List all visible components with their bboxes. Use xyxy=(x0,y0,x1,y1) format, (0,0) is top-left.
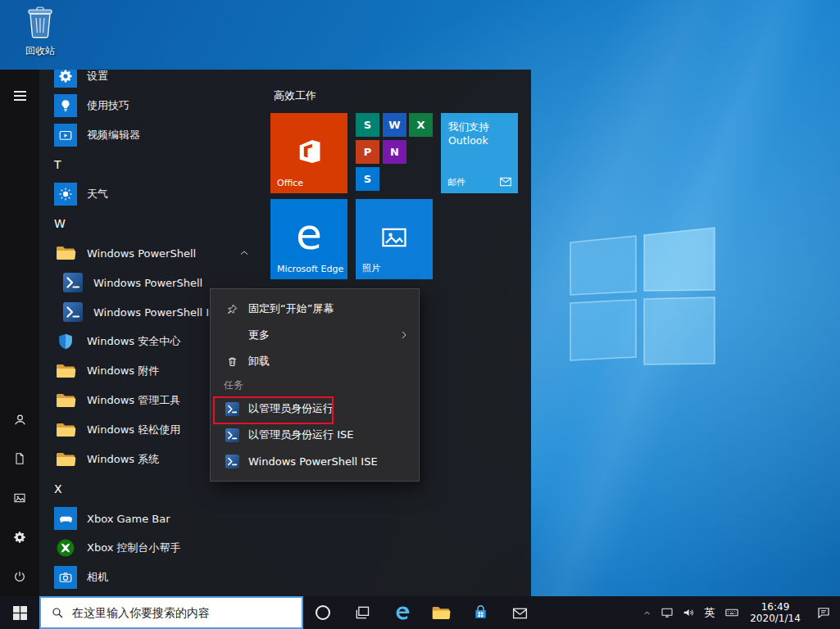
store-button[interactable] xyxy=(461,596,500,629)
tile-letter: W xyxy=(388,119,400,131)
tile-skype[interactable]: S xyxy=(356,167,379,191)
volume-button[interactable] xyxy=(678,596,699,629)
taskbar: 英 16:49 2020/1/14 xyxy=(0,596,840,629)
edge-icon xyxy=(393,604,411,622)
task-view-button[interactable] xyxy=(343,596,382,629)
start-button[interactable] xyxy=(0,596,39,629)
tile-letter: X xyxy=(416,119,425,131)
cm-section-label: 任务 xyxy=(224,378,243,392)
app-item-label: Windows 系统 xyxy=(87,452,159,467)
recycle-bin-label: 回收站 xyxy=(11,44,69,58)
tile-label: 照片 xyxy=(362,262,380,274)
powershell-icon xyxy=(62,301,84,323)
app-item-label: Windows 安全中心 xyxy=(87,334,180,349)
windows-logo-icon xyxy=(13,606,27,620)
mail-button[interactable] xyxy=(500,596,539,629)
hidden-icons-button[interactable] xyxy=(637,596,656,629)
app-item-label: Xbox 控制台小帮手 xyxy=(87,541,181,555)
shield-icon xyxy=(54,330,77,353)
cm-item-label: Windows PowerShell ISE xyxy=(248,455,378,468)
tile-office[interactable]: Office xyxy=(270,113,347,193)
app-item-video-editor[interactable]: 视频编辑器 xyxy=(39,120,269,150)
search-icon xyxy=(51,606,64,619)
section-header-w[interactable]: W xyxy=(39,209,269,238)
app-item-xbox-game-bar[interactable]: Xbox Game Bar xyxy=(39,504,269,533)
chevron-right-icon xyxy=(399,330,409,340)
app-item-tips[interactable]: 使用技巧 xyxy=(39,91,269,120)
documents-button[interactable] xyxy=(0,439,39,478)
tile-microsoft-edge[interactable]: e Microsoft Edge xyxy=(270,199,347,279)
action-center-button[interactable] xyxy=(807,596,840,629)
envelope-icon xyxy=(499,175,512,188)
tile-onenote[interactable]: N xyxy=(383,140,406,164)
powershell-icon xyxy=(62,272,84,293)
keyboard-icon xyxy=(724,605,739,620)
tile-excel[interactable]: X xyxy=(409,113,433,137)
network-button[interactable] xyxy=(656,596,678,629)
app-item-label: 相机 xyxy=(87,570,108,585)
hamburger-icon xyxy=(14,88,26,103)
expand-menu-button[interactable] xyxy=(0,76,39,115)
powershell-context-menu: 固定到“开始”屏幕 更多 卸载 任务 以管理员身份运行 以管理员身份运行 ISE… xyxy=(210,288,420,482)
document-icon xyxy=(13,452,26,465)
tile-powerpoint[interactable]: P xyxy=(356,140,379,164)
edge-taskbar-button[interactable] xyxy=(382,596,421,629)
app-item-windows-powershell-folder[interactable]: Windows PowerShell xyxy=(39,238,269,268)
cm-item-more[interactable]: 更多 xyxy=(211,322,419,348)
tile-photos[interactable]: 照片 xyxy=(356,199,433,279)
tile-letter: P xyxy=(364,146,372,158)
taskbar-search-box[interactable] xyxy=(39,596,303,629)
tile-label: Microsoft Edge xyxy=(277,264,343,274)
ime-indicator[interactable]: 英 xyxy=(699,596,720,629)
start-menu-rail xyxy=(0,70,39,596)
cm-item-windows-powershell-ise[interactable]: Windows PowerShell ISE xyxy=(211,448,419,474)
powershell-icon xyxy=(224,455,240,468)
speaker-icon xyxy=(682,606,695,619)
tile-label: Office xyxy=(277,178,303,188)
network-icon xyxy=(661,606,674,619)
edge-logo: e xyxy=(296,213,322,256)
folder-icon xyxy=(54,389,77,412)
tray-time: 16:49 xyxy=(761,601,790,613)
section-header-t[interactable]: T xyxy=(39,150,269,179)
tile-word[interactable]: W xyxy=(383,113,406,137)
picture-icon xyxy=(13,491,26,505)
folder-icon xyxy=(431,604,451,622)
cortana-button[interactable] xyxy=(303,596,343,629)
rail-bottom-group xyxy=(0,400,39,596)
tile-sway[interactable]: S xyxy=(356,113,379,137)
cm-item-label: 更多 xyxy=(248,328,270,342)
power-button[interactable] xyxy=(0,557,39,596)
tile-group-title[interactable]: 高效工作 xyxy=(274,88,316,103)
section-letter: T xyxy=(54,158,61,171)
clock[interactable]: 16:49 2020/1/14 xyxy=(743,596,807,629)
section-letter: W xyxy=(54,217,66,230)
file-explorer-button[interactable] xyxy=(421,596,461,629)
app-item-camera[interactable]: 相机 xyxy=(39,563,269,592)
mail-icon xyxy=(511,604,529,622)
recycle-bin[interactable]: 回收站 xyxy=(11,5,69,58)
mail-tile-text: Outlook xyxy=(448,134,488,147)
settings-button[interactable] xyxy=(0,518,39,557)
app-item-label: Windows PowerShell ISE xyxy=(93,306,223,319)
search-input[interactable] xyxy=(70,605,295,620)
app-item-settings[interactable]: 设置 xyxy=(39,70,269,91)
office-logo-icon xyxy=(294,137,324,170)
powershell-icon xyxy=(224,402,240,416)
app-item-label: 天气 xyxy=(87,187,108,201)
user-account-button[interactable] xyxy=(0,400,39,439)
cm-item-label: 以管理员身份运行 ISE xyxy=(248,428,353,442)
tile-letter: N xyxy=(390,146,399,158)
pictures-button[interactable] xyxy=(0,478,39,518)
touch-keyboard-button[interactable] xyxy=(720,596,743,629)
cm-item-uninstall[interactable]: 卸载 xyxy=(211,348,419,374)
cm-item-run-ise-as-administrator[interactable]: 以管理员身份运行 ISE xyxy=(211,422,419,448)
tile-mail[interactable]: 我们支持 Outlook 邮件 xyxy=(441,113,518,193)
cm-item-run-as-administrator[interactable]: 以管理员身份运行 xyxy=(211,396,419,422)
app-item-weather[interactable]: 天气 xyxy=(39,179,269,209)
sun-icon xyxy=(54,183,77,206)
pin-icon xyxy=(224,303,240,315)
section-letter: X xyxy=(54,482,62,496)
cm-item-pin-to-start[interactable]: 固定到“开始”屏幕 xyxy=(211,296,419,322)
app-item-xbox-console-companion[interactable]: Xbox 控制台小帮手 xyxy=(39,533,269,563)
